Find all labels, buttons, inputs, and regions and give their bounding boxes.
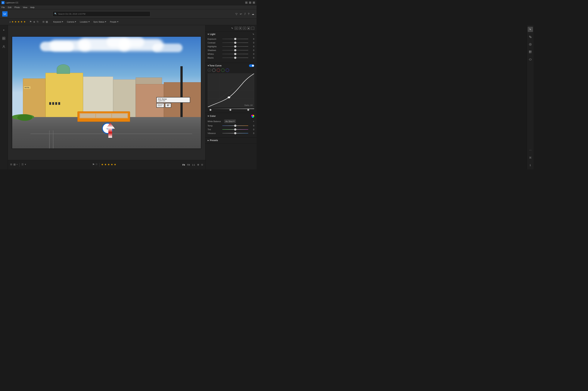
menu-photo[interactable]: Photo bbox=[14, 6, 20, 8]
curve-shadows-handle[interactable] bbox=[209, 109, 211, 111]
titlebar-controls[interactable]: ─ □ × bbox=[245, 1, 255, 4]
compare-view-icon[interactable]: ⊞ bbox=[197, 164, 199, 166]
temp-label: Temp bbox=[208, 125, 221, 127]
tone-curve-graph[interactable]: Darks -64 bbox=[208, 73, 254, 107]
star-2[interactable]: ★ bbox=[14, 20, 17, 23]
light-title[interactable]: ▾ Light bbox=[208, 33, 215, 36]
channel-all-icon[interactable]: ≈ bbox=[208, 69, 211, 72]
more-panel-icon[interactable]: ⋯ bbox=[251, 27, 254, 30]
menu-edit[interactable]: Edit bbox=[8, 6, 11, 8]
tag-filter-icon[interactable]: ◈ bbox=[33, 20, 35, 23]
filmstrip-medium-icon[interactable]: ▦ bbox=[13, 163, 16, 167]
filmstrip-sort-icon[interactable]: ☰ bbox=[21, 163, 24, 167]
camera-dropdown[interactable]: Camera ▾ bbox=[65, 20, 78, 24]
filmstrip-sort-chevron[interactable]: ▾ bbox=[25, 163, 26, 167]
filmstrip-flag-icon[interactable]: ⚑ bbox=[92, 163, 95, 167]
filmstrip-star-1[interactable]: ★ bbox=[101, 163, 104, 167]
location-dropdown[interactable]: Location ▾ bbox=[78, 20, 91, 24]
square-view-icon[interactable]: ▦ bbox=[46, 20, 48, 23]
share-icon[interactable]: ⤴ bbox=[244, 12, 246, 15]
menu-file[interactable]: File bbox=[1, 6, 5, 8]
location-chevron-icon: ▾ bbox=[88, 20, 90, 23]
blacks-slider[interactable] bbox=[222, 58, 248, 58]
star-prefix: ≥ bbox=[9, 20, 11, 23]
filmstrip-star-5[interactable]: ★ bbox=[114, 163, 116, 167]
shadows-slider[interactable] bbox=[222, 50, 248, 50]
sidebar-add-icon[interactable]: ＋ bbox=[1, 27, 6, 33]
fill-view-button[interactable]: Fill bbox=[187, 164, 190, 166]
main-photo: HOTEL bbox=[12, 36, 201, 149]
app-logo: Lr bbox=[1, 1, 4, 4]
channel-rgb-icon[interactable] bbox=[212, 69, 215, 72]
filmstrip-grid-icon[interactable]: ⊞ bbox=[10, 163, 12, 167]
edit-pencil-icon[interactable]: ✎ bbox=[231, 27, 234, 30]
channel-blue-icon[interactable] bbox=[226, 69, 229, 72]
maximize-button[interactable]: □ bbox=[249, 1, 251, 4]
undo-icon[interactable]: ↩ bbox=[240, 12, 242, 15]
temp-slider[interactable] bbox=[222, 125, 248, 126]
help-icon[interactable]: ? bbox=[248, 12, 249, 15]
blacks-label: Blacks bbox=[208, 57, 221, 59]
sidebar-library-icon[interactable] bbox=[1, 36, 6, 41]
curve-channel-icons: ≈ bbox=[208, 69, 254, 72]
highlights-label: Highlights bbox=[208, 45, 221, 48]
close-button[interactable]: × bbox=[253, 1, 255, 4]
search-input[interactable] bbox=[58, 13, 149, 15]
keyword-dropdown[interactable]: Keyword ▾ bbox=[52, 20, 65, 24]
channel-green-icon[interactable] bbox=[221, 69, 225, 72]
filmstrip-flag2-icon[interactable]: ⚐ bbox=[95, 163, 98, 167]
1to1-view-button[interactable]: 1:1 bbox=[192, 164, 195, 166]
sync-status-dropdown[interactable]: Sync Status ▾ bbox=[92, 20, 108, 24]
tint-label: Tint bbox=[208, 128, 221, 131]
filmstrip-star-4[interactable]: ★ bbox=[111, 163, 113, 167]
contrast-slider[interactable] bbox=[222, 43, 248, 43]
people-dropdown[interactable]: People ▾ bbox=[108, 20, 120, 24]
heal-panel-icon[interactable]: ✚ bbox=[239, 27, 242, 30]
light-edit-icon[interactable]: ✎ bbox=[253, 33, 254, 36]
white-balance-select[interactable]: As Shot ▾ bbox=[224, 119, 236, 123]
filmstrip-detail-icon[interactable]: ▪ bbox=[17, 163, 18, 167]
rotate-filter-icon[interactable]: ↻ bbox=[37, 20, 39, 23]
star-1[interactable]: ★ bbox=[11, 20, 14, 23]
tone-curve-toggle[interactable] bbox=[249, 64, 254, 67]
presets-header[interactable]: ▸ Presets bbox=[205, 138, 257, 143]
curve-midtones-handle[interactable] bbox=[229, 109, 231, 111]
star-4[interactable]: ★ bbox=[20, 20, 23, 23]
svg-rect-2 bbox=[2, 39, 3, 40]
star-3[interactable]: ★ bbox=[17, 20, 20, 23]
minimize-button[interactable]: ─ bbox=[245, 1, 248, 4]
cloud-icon[interactable]: ☁ bbox=[252, 12, 254, 15]
filter-icon[interactable]: ▽ bbox=[235, 12, 238, 15]
filmstrip-star-2[interactable]: ★ bbox=[104, 163, 107, 167]
color-wheel-icon[interactable] bbox=[251, 115, 254, 118]
light-sliders: Exposure 0 Contrast 0 Highlights bbox=[205, 36, 257, 63]
vibrance-slider[interactable] bbox=[222, 133, 248, 133]
tint-value: 0 bbox=[250, 128, 254, 131]
flag-filter-icon[interactable]: ⚑ bbox=[29, 20, 32, 23]
grid-view-icon[interactable]: ⊞ bbox=[43, 20, 45, 23]
exposure-value: 0 bbox=[250, 38, 254, 40]
search-bar[interactable]: 🔍 bbox=[53, 11, 150, 16]
exposure-row: Exposure 0 bbox=[208, 38, 254, 40]
whites-slider[interactable] bbox=[222, 54, 248, 54]
filmstrip-star-3[interactable]: ★ bbox=[108, 163, 110, 167]
sidebar-person-icon[interactable] bbox=[1, 44, 6, 49]
crop-panel-icon[interactable]: ⊡ bbox=[235, 27, 238, 30]
star-5[interactable]: ★ bbox=[23, 20, 26, 23]
exposure-slider[interactable] bbox=[222, 39, 248, 39]
curve-highlights-handle[interactable] bbox=[247, 109, 249, 111]
radial-panel-icon[interactable]: ◉ bbox=[247, 27, 250, 30]
eyedropper-icon[interactable]: ⌖ bbox=[253, 120, 254, 123]
tint-slider[interactable] bbox=[222, 129, 248, 130]
tone-curve-chevron-icon: ▾ bbox=[208, 64, 209, 67]
contrast-value: 0 bbox=[250, 42, 254, 44]
menu-view[interactable]: View bbox=[23, 6, 27, 8]
brush-panel-icon[interactable]: ∅ bbox=[243, 27, 246, 30]
fit-view-button[interactable]: Fit bbox=[183, 164, 185, 166]
filmstrip-flag-icons: ⚑ ⚐ ★ ★ ★ ★ ★ bbox=[92, 163, 116, 167]
filmstrip-toggle-icon[interactable]: ⊡ bbox=[201, 164, 203, 166]
highlights-slider[interactable] bbox=[222, 46, 248, 47]
content-area: HOTEL bbox=[8, 25, 205, 169]
menu-help[interactable]: Help bbox=[30, 6, 35, 8]
channel-red-icon[interactable] bbox=[217, 69, 220, 72]
